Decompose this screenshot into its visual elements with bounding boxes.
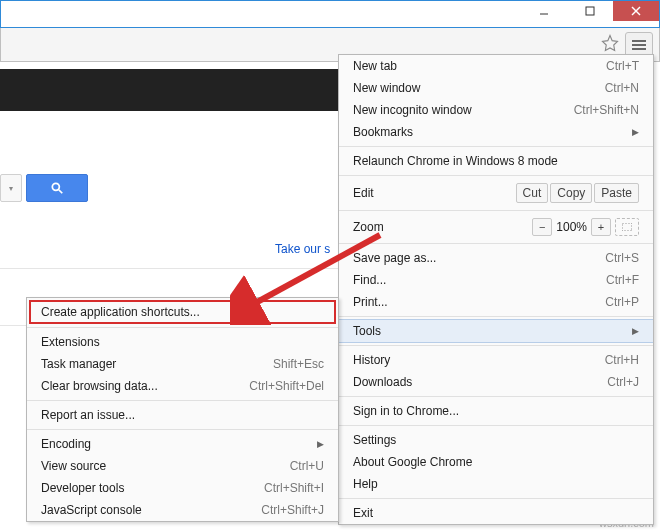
svg-rect-6: [622, 223, 632, 231]
menu-print[interactable]: Print...Ctrl+P: [339, 291, 653, 313]
submenu-js-console[interactable]: JavaScript consoleCtrl+Shift+J: [27, 499, 338, 521]
submenu-task-manager[interactable]: Task managerShift+Esc: [27, 353, 338, 375]
svg-rect-1: [586, 7, 594, 15]
maximize-button[interactable]: [567, 1, 613, 21]
menu-about[interactable]: About Google Chrome: [339, 451, 653, 473]
edit-cut-button[interactable]: Cut: [516, 183, 549, 203]
svg-point-4: [52, 183, 59, 190]
menu-downloads[interactable]: DownloadsCtrl+J: [339, 371, 653, 393]
submenu-developer-tools[interactable]: Developer toolsCtrl+Shift+I: [27, 477, 338, 499]
menu-find[interactable]: Find...Ctrl+F: [339, 269, 653, 291]
submenu-create-shortcuts[interactable]: Create application shortcuts...: [29, 300, 336, 324]
menu-relaunch-win8[interactable]: Relaunch Chrome in Windows 8 mode: [339, 150, 653, 172]
fullscreen-button[interactable]: [615, 218, 639, 236]
menu-incognito[interactable]: New incognito windowCtrl+Shift+N: [339, 99, 653, 121]
menu-save-as[interactable]: Save page as...Ctrl+S: [339, 247, 653, 269]
chevron-right-icon: ▶: [632, 127, 639, 137]
submenu-report-issue[interactable]: Report an issue...: [27, 404, 338, 426]
chevron-right-icon: ▶: [317, 439, 324, 449]
minimize-button[interactable]: [521, 1, 567, 21]
submenu-view-source[interactable]: View sourceCtrl+U: [27, 455, 338, 477]
tools-submenu: Create application shortcuts... Extensio…: [26, 297, 339, 522]
menu-zoom: Zoom − 100% +: [339, 214, 653, 240]
menu-settings[interactable]: Settings: [339, 429, 653, 451]
page-header-bar: [0, 69, 338, 111]
zoom-level: 100%: [556, 220, 587, 234]
close-button[interactable]: [613, 1, 659, 21]
zoom-out-button[interactable]: −: [532, 218, 552, 236]
menu-bookmarks[interactable]: Bookmarks▶: [339, 121, 653, 143]
menu-history[interactable]: HistoryCtrl+H: [339, 349, 653, 371]
submenu-clear-data[interactable]: Clear browsing data...Ctrl+Shift+Del: [27, 375, 338, 397]
zoom-in-button[interactable]: +: [591, 218, 611, 236]
edit-copy-button[interactable]: Copy: [550, 183, 592, 203]
menu-exit[interactable]: Exit: [339, 502, 653, 524]
menu-edit: Edit Cut Copy Paste: [339, 179, 653, 207]
menu-help[interactable]: Help: [339, 473, 653, 495]
svg-line-5: [59, 190, 63, 194]
chrome-main-menu: New tabCtrl+T New windowCtrl+N New incog…: [338, 54, 654, 525]
menu-signin[interactable]: Sign in to Chrome...: [339, 400, 653, 422]
submenu-encoding[interactable]: Encoding▶: [27, 433, 338, 455]
bookmark-star-icon[interactable]: [601, 34, 619, 55]
filter-dropdown[interactable]: ▾: [0, 174, 22, 202]
edit-paste-button[interactable]: Paste: [594, 183, 639, 203]
menu-new-window[interactable]: New windowCtrl+N: [339, 77, 653, 99]
submenu-extensions[interactable]: Extensions: [27, 331, 338, 353]
menu-new-tab[interactable]: New tabCtrl+T: [339, 55, 653, 77]
window-titlebar: [0, 0, 660, 28]
survey-link[interactable]: Take our s: [275, 242, 330, 256]
menu-tools[interactable]: Tools▶: [339, 319, 653, 343]
search-button[interactable]: [26, 174, 88, 202]
chevron-right-icon: ▶: [632, 326, 639, 336]
